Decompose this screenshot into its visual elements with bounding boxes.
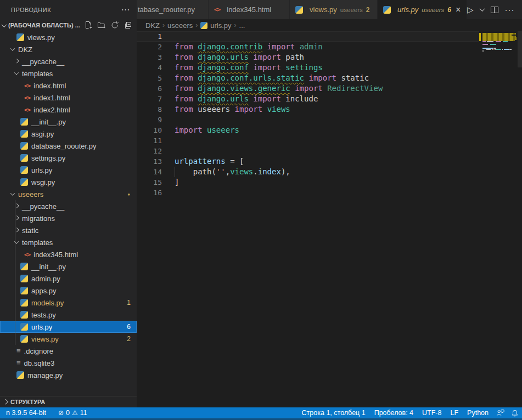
tree-item-__init__.py[interactable]: __init__.py (0, 116, 137, 128)
line-number: 13 (137, 156, 162, 167)
tree-item-useeers[interactable]: useeers● (0, 188, 137, 200)
code-line-11[interactable]: 11 (137, 135, 522, 146)
split-editor-icon[interactable] (491, 7, 498, 13)
refresh-icon[interactable] (110, 21, 119, 30)
tree-item-__pycache__[interactable]: __pycache__ (0, 200, 137, 212)
tree-item-apps.py[interactable]: apps.py (0, 285, 137, 297)
tree-item-manage.py[interactable]: manage.py (0, 369, 137, 381)
tree-item-wsgi.py[interactable]: wsgi.py (0, 176, 137, 188)
code-line-10[interactable]: 10import useeers (137, 125, 522, 135)
tree-item-__pycache__[interactable]: __pycache__ (0, 55, 137, 67)
tree-item-views.py[interactable]: views.py2 (0, 333, 137, 345)
tree-item-index1.html[interactable]: <>index1.html (0, 92, 137, 104)
breadcrumb-item-...[interactable]: ... (239, 21, 245, 30)
tree-item-label: .dcignore (24, 347, 53, 355)
tree-item-views.py[interactable]: views.py (0, 31, 137, 43)
tab-urls.py[interactable]: urls.pyuseeers6× (378, 0, 467, 19)
tab-views.py[interactable]: views.pyuseeers2 (290, 0, 378, 19)
tree-item-urls.py[interactable]: urls.py6 (0, 321, 137, 333)
new-folder-icon[interactable] (97, 21, 106, 30)
tree-item-database_roouter.py[interactable]: database_roouter.py (0, 140, 137, 152)
code-token: from (175, 53, 198, 61)
tree-item-urls.py[interactable]: urls.py (0, 164, 137, 176)
code-token: path (285, 53, 304, 61)
editor-group: tabase_roouter.py<>index345.htmlviews.py… (137, 0, 522, 407)
outline-section-header[interactable]: СТРУКТУРА (0, 396, 137, 407)
minimap[interactable] (479, 31, 518, 97)
code-line-6[interactable]: 6from django.views.generic import Redire… (137, 83, 522, 94)
code-line-2[interactable]: 2from django.contrib import admin (137, 42, 522, 52)
tree-item-label: index.html (33, 82, 66, 90)
minimap-slider[interactable] (518, 31, 522, 67)
explorer-more-icon[interactable]: ⋯ (121, 7, 131, 13)
tree-item-asgi.py[interactable]: asgi.py (0, 128, 137, 140)
code-line-16[interactable]: 16 (137, 188, 522, 198)
tree-item-models.py[interactable]: models.py1 (0, 297, 137, 309)
new-file-icon[interactable] (84, 21, 93, 30)
code-line-3[interactable]: 3from django.urls import path (137, 52, 522, 63)
line-number: 11 (137, 135, 162, 146)
cursor-position-status[interactable]: Строка 1, столбец 1 (298, 409, 370, 417)
workspace-section-header[interactable]: (РАБОЧАЯ ОБЛАСТЬ) ... (0, 19, 137, 31)
run-file-icon[interactable]: ▷ (467, 5, 474, 15)
line-content: from django.urls import path (162, 52, 304, 63)
code-line-15[interactable]: 15] (137, 177, 522, 188)
code-line-14[interactable]: 14 path('',views.index), (137, 167, 522, 177)
warnings-icon: ⚠ (72, 409, 78, 417)
explorer-title: ПРОВОДНИК (11, 7, 51, 13)
breadcrumb-item-useeers[interactable]: useeers (167, 21, 193, 30)
tree-item-db.sqlite3[interactable]: ≡db.sqlite3 (0, 357, 137, 369)
code-editor[interactable]: 12from django.contrib import admin3from … (137, 31, 522, 407)
problems-status[interactable]: ⊘ 0 ⚠ 11 (58, 409, 87, 417)
html-file-icon: <> (24, 106, 30, 113)
tab-index345.html[interactable]: <>index345.html (209, 0, 290, 19)
python-version-status[interactable]: n 3.9.5 64-bit (2, 409, 50, 417)
code-token: import (295, 84, 323, 93)
tree-item-static[interactable]: static (0, 224, 137, 236)
breadcrumb-item-urls.py[interactable]: urls.py (200, 21, 231, 30)
code-line-1[interactable]: 1 (137, 31, 479, 42)
vscode-window: ПРОВОДНИК ⋯ (РАБОЧАЯ ОБЛАСТЬ) ... views.… (0, 0, 522, 420)
tree-item-index345.html[interactable]: <>index345.html (0, 248, 137, 260)
workspace-section-label: (РАБОЧАЯ ОБЛАСТЬ) ... (8, 22, 80, 29)
code-line-9[interactable]: 9 (137, 115, 522, 125)
code-line-5[interactable]: 5from django.conf.urls.static import sta… (137, 73, 522, 83)
tree-item-migrations[interactable]: migrations (0, 212, 137, 224)
tree-item-DKZ[interactable]: DKZ (0, 43, 137, 55)
tree-item-settings.py[interactable]: settings.py (0, 152, 137, 164)
tree-item-tests.py[interactable]: tests.py (0, 309, 137, 321)
line-number: 14 (137, 167, 162, 177)
line-content: import useeers (162, 125, 239, 135)
tree-item-templates[interactable]: templates (0, 236, 137, 248)
tab-tabase_roouter.py[interactable]: tabase_roouter.py (137, 0, 209, 19)
tree-item-.dcignore[interactable]: ≡.dcignore (0, 345, 137, 357)
tabs-container: tabase_roouter.py<>index345.htmlviews.py… (137, 0, 467, 19)
code-line-13[interactable]: 13urlpatterns = [ (137, 156, 522, 167)
breadcrumb-item-DKZ[interactable]: DKZ (145, 21, 160, 30)
collapse-all-icon[interactable] (124, 21, 132, 30)
line-number: 12 (137, 146, 162, 156)
tree-item-templates[interactable]: templates (0, 67, 137, 80)
notifications-bell-icon[interactable] (508, 409, 522, 417)
eol-status[interactable]: LF (446, 409, 463, 417)
breadcrumb-separator-icon: › (195, 21, 198, 29)
code-line-8[interactable]: 8from useeers import views (137, 104, 522, 115)
python-file-icon (20, 299, 28, 307)
editor-more-icon[interactable]: ··· (505, 5, 515, 14)
tree-item-admin.py[interactable]: admin.py (0, 273, 137, 285)
close-icon[interactable]: × (456, 6, 461, 14)
feedback-icon[interactable] (493, 409, 508, 417)
language-status[interactable]: Python (463, 409, 493, 417)
encoding-status[interactable]: UTF-8 (418, 409, 446, 417)
tree-item-index.html[interactable]: <>index.html (0, 80, 137, 92)
code-line-4[interactable]: 4from django.conf import settings (137, 63, 522, 73)
code-line-12[interactable]: 12 (137, 146, 522, 156)
code-token: from (175, 42, 198, 51)
run-dropdown-chevron-icon[interactable] (479, 6, 485, 12)
tree-item-__init__.py[interactable]: __init__.py (0, 260, 137, 273)
minimap-token (504, 49, 509, 50)
code-token: ] (175, 178, 179, 186)
code-line-7[interactable]: 7from django.urls import include (137, 94, 522, 104)
indentation-status[interactable]: Пробелов: 4 (370, 409, 418, 417)
tree-item-index2.html[interactable]: <>index2.html (0, 104, 137, 116)
